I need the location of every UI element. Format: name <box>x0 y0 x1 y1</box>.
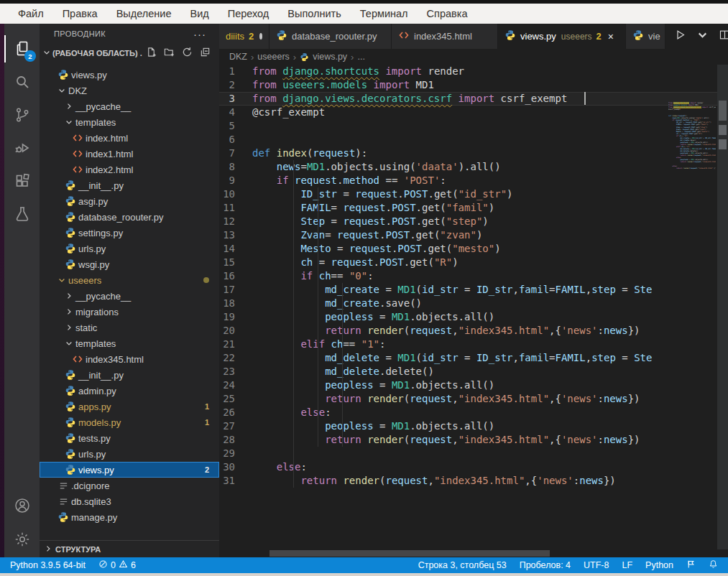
tree-item-label: __pycache__ <box>75 101 131 112</box>
sidebar-more-actions-icon[interactable]: ··· <box>193 28 206 40</box>
tree-item-settings.py[interactable]: settings.py <box>40 225 219 241</box>
status-python-interpreter[interactable]: Python 3.9.5 64-bit <box>10 560 86 570</box>
tree-item-wsgi.py[interactable]: wsgi.py <box>40 256 219 272</box>
breadcrumb-item-...[interactable]: ... <box>357 52 364 62</box>
new-file-icon[interactable] <box>146 47 157 60</box>
status-feedback[interactable] <box>686 559 696 571</box>
code-line-27: 27 peopless = MD1.objects.all() <box>219 419 728 433</box>
tree-item-manage.py[interactable]: manage.py <box>40 509 219 525</box>
tree-item-admin.py[interactable]: admin.py <box>40 383 219 399</box>
status-label: UTF-8 <box>584 560 609 570</box>
tree-item-__pycache__[interactable]: __pycache__ <box>40 98 219 114</box>
breadcrumb-item-DKZ[interactable]: DKZ <box>229 52 247 62</box>
split-editor-icon[interactable] <box>719 29 728 44</box>
testing-icon[interactable] <box>4 198 40 231</box>
tree-item-views.py[interactable]: views.py2 <box>40 462 219 478</box>
tree-item-index.html[interactable]: index.html <box>40 130 219 146</box>
settings-gear-icon[interactable] <box>4 523 40 556</box>
menu-item-Выполнить[interactable]: Выполнить <box>278 8 350 19</box>
tree-item-models.py[interactable]: models.py1 <box>40 414 219 430</box>
breadcrumb-item-useeers[interactable]: useeers <box>257 52 289 62</box>
python-icon <box>64 243 77 254</box>
explorer-icon[interactable]: 2 <box>4 32 40 65</box>
tree-item-db.sqlite3[interactable]: db.sqlite3 <box>40 493 219 509</box>
menu-item-Файл[interactable]: Файл <box>9 8 53 19</box>
tree-item-templates[interactable]: templates <box>40 335 219 351</box>
status-cursor-position[interactable]: Строка 3, столбец 53 <box>418 560 507 570</box>
tree-item-templates[interactable]: templates <box>40 114 219 130</box>
tree-item-DKZ[interactable]: DKZ <box>40 83 219 98</box>
account-icon[interactable] <box>4 489 40 522</box>
code-editor[interactable]: 1from django.shortcuts import render2fro… <box>219 65 728 557</box>
python-icon <box>276 29 287 43</box>
tab-views.py[interactable]: views.pyuseeers2× <box>498 24 626 49</box>
tree-item-label: admin.py <box>78 386 116 396</box>
run-button-icon[interactable] <box>674 29 686 44</box>
scrollbar-thumb[interactable] <box>719 101 727 121</box>
code-text: if request.method == 'POST': <box>252 174 446 187</box>
menu-item-Переход[interactable]: Переход <box>218 8 279 19</box>
tree-item-views.py[interactable]: views.py <box>40 67 219 83</box>
line-number: 31 <box>219 474 252 488</box>
tree-item-index345.html[interactable]: index345.html <box>40 351 219 367</box>
breadcrumb[interactable]: DKZ›useeers›views.py›... <box>219 49 728 65</box>
status-notifications[interactable] <box>709 559 718 571</box>
tab-vie[interactable]: vie <box>626 24 665 49</box>
vertical-scrollbar[interactable] <box>717 65 728 549</box>
tab-label: index345.html <box>414 31 472 42</box>
status-problems[interactable]: 06 <box>98 559 136 571</box>
tree-item-tests.py[interactable]: tests.py <box>40 430 219 446</box>
tab-modified-dot <box>259 33 262 40</box>
collapse-all-icon[interactable] <box>200 47 211 60</box>
outline-section-header[interactable]: СТРУКТУРА <box>40 540 219 557</box>
tree-item-label: urls.py <box>78 449 106 460</box>
tree-item-database_roouter.py[interactable]: database_roouter.py <box>40 209 219 225</box>
tree-item-asgi.py[interactable]: asgi.py <box>40 193 219 209</box>
tree-item-label: database_roouter.py <box>78 212 164 223</box>
source-control-icon[interactable] <box>4 98 40 131</box>
status-language-mode[interactable]: Python <box>645 560 673 570</box>
tree-item-static[interactable]: static <box>40 320 219 335</box>
tree-item-index1.html[interactable]: index1.html <box>40 146 219 162</box>
tree-item-urls.py[interactable]: urls.py <box>40 446 219 462</box>
menu-item-Справка[interactable]: Справка <box>418 8 477 19</box>
breadcrumb-item-views.py[interactable]: views.py <box>313 52 347 62</box>
run-debug-icon[interactable] <box>4 131 40 164</box>
line-number: 20 <box>219 324 252 338</box>
menu-item-Правка[interactable]: Правка <box>53 8 107 19</box>
tree-item-__init__.py[interactable]: __init__.py <box>40 177 219 193</box>
tree-item-migrations[interactable]: migrations <box>40 304 219 320</box>
code-line-30: 30 else: <box>219 460 728 474</box>
refresh-icon[interactable] <box>182 47 193 60</box>
scrollbar-thumb[interactable] <box>269 550 550 557</box>
tree-item-apps.py[interactable]: apps.py1 <box>40 399 219 414</box>
tab-diiits[interactable]: diiits2 <box>219 24 269 49</box>
minimap[interactable]: from django.shortcuts import renderfrom … <box>668 102 716 177</box>
menu-item-Вид[interactable]: Вид <box>180 8 218 19</box>
code-lines: 1from django.shortcuts import render2fro… <box>219 65 728 488</box>
tab-close-icon[interactable]: × <box>608 31 614 42</box>
extensions-icon[interactable] <box>4 164 40 198</box>
menu-item-Выделение[interactable]: Выделение <box>107 8 181 19</box>
status-encoding[interactable]: UTF-8 <box>584 560 609 570</box>
tab-database_roouter.py[interactable]: database_roouter.py <box>269 24 392 49</box>
tree-item-.dcignore[interactable]: .dcignore <box>40 478 219 493</box>
status-indentation[interactable]: Пробелов: 4 <box>520 560 571 570</box>
new-folder-icon[interactable] <box>164 47 175 60</box>
tree-item-useeers[interactable]: useeers <box>40 272 219 288</box>
tree-item-urls.py[interactable]: urls.py <box>40 241 219 256</box>
tab-index345.html[interactable]: index345.html <box>392 24 498 49</box>
tree-item-label: __init__.py <box>78 180 124 191</box>
chevron-down-icon[interactable] <box>696 29 709 44</box>
code-line-7: 7def index(request): <box>219 147 728 160</box>
code-text: Mesto = request.POST.get("mesto") <box>252 242 501 256</box>
menu-item-Терминал[interactable]: Терминал <box>351 8 418 19</box>
tree-item-__pycache__[interactable]: __pycache__ <box>40 288 219 304</box>
status-eol[interactable]: LF <box>622 560 632 570</box>
tree-item-label: wsgi.py <box>78 259 109 270</box>
horizontal-scrollbar[interactable] <box>219 549 717 557</box>
tree-item-__init__.py[interactable]: __init__.py <box>40 367 219 383</box>
workspace-section-header[interactable]: (РАБОЧАЯ ОБЛАСТЬ) ... <box>40 44 219 62</box>
search-icon[interactable] <box>4 65 40 98</box>
tree-item-index2.html[interactable]: index2.html <box>40 162 219 177</box>
